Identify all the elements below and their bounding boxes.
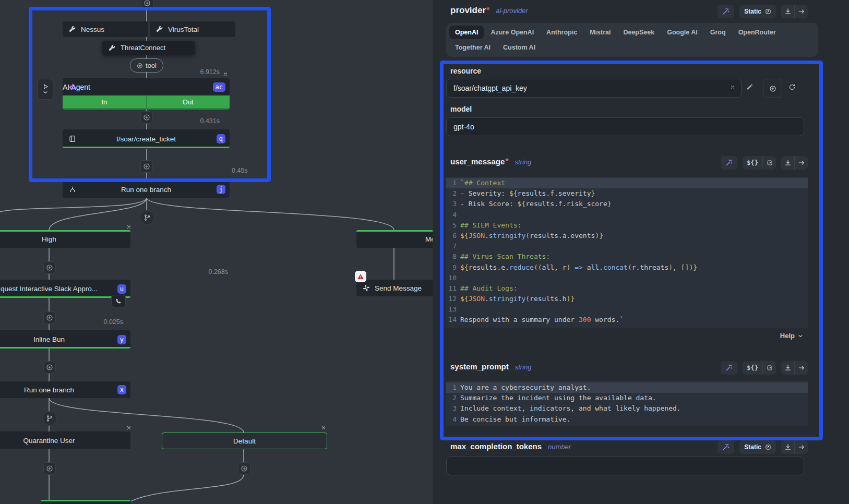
close-icon[interactable] bbox=[125, 424, 133, 431]
node-branch-medium[interactable]: Medium bbox=[356, 230, 433, 248]
provider-tab-azure-openai[interactable]: Azure OpenAI bbox=[485, 26, 540, 39]
ai-assist-button[interactable] bbox=[718, 5, 734, 18]
node-slack-approval[interactable]: quest Interactive Slack Appro... u bbox=[0, 280, 130, 298]
add-step-connector[interactable] bbox=[140, 111, 153, 124]
code-line[interactable]: 13 bbox=[446, 304, 808, 315]
code-line[interactable]: 5## SIEM Events: bbox=[446, 220, 808, 231]
output-connector-button[interactable] bbox=[794, 361, 808, 375]
node-partial-bottom[interactable] bbox=[41, 500, 130, 504]
help-button[interactable]: Help bbox=[780, 332, 804, 340]
node-run-one-branch-1[interactable]: Run one branch j bbox=[63, 181, 230, 198]
output-connector-button[interactable] bbox=[794, 156, 808, 170]
node-ai-agent[interactable]: AI Agent ac In Out bbox=[63, 78, 230, 110]
code-line[interactable]: 3- Risk Score: ${results.f.risk_score} bbox=[446, 199, 808, 209]
resource-input[interactable] bbox=[446, 79, 742, 98]
code-line[interactable]: 2- Severity: ${results.f.severity} bbox=[446, 188, 808, 199]
node-label: Medium bbox=[356, 235, 433, 243]
code-line[interactable]: 10 bbox=[446, 273, 808, 283]
node-create-ticket[interactable]: f/soar/create_ticket q bbox=[63, 129, 230, 148]
code-line[interactable]: 7 bbox=[446, 241, 808, 251]
input-connector-button[interactable] bbox=[781, 361, 794, 375]
add-step-connector[interactable] bbox=[141, 0, 153, 9]
code-line[interactable]: 1You are a cybersecurity analyst. bbox=[446, 382, 808, 393]
provider-tab-together-ai[interactable]: Together AI bbox=[449, 41, 496, 54]
code-text: Include context, indicators, and what li… bbox=[460, 403, 681, 414]
user-message-code-editor[interactable]: 1`## Context2- Severity: ${results.f.sev… bbox=[446, 177, 808, 328]
provider-tab-groq[interactable]: Groq bbox=[704, 26, 732, 39]
provider-tab-openai[interactable]: OpenAI bbox=[449, 26, 484, 39]
provider-tab-deepseek[interactable]: DeepSeek bbox=[617, 26, 660, 39]
code-line[interactable]: 12${JSON.stringify(results.h)} bbox=[446, 294, 808, 304]
provider-tab-openrouter[interactable]: OpenRouter bbox=[733, 26, 782, 39]
node-branch-quarantine[interactable]: Quarantine User bbox=[0, 431, 130, 449]
close-icon[interactable] bbox=[319, 424, 327, 431]
node-branch-default[interactable]: Default bbox=[162, 433, 327, 449]
refresh-resources-button[interactable] bbox=[788, 83, 796, 91]
edit-resource-button[interactable] bbox=[746, 83, 753, 91]
add-resource-button[interactable] bbox=[763, 79, 782, 98]
system-prompt-code-editor[interactable]: 1You are a cybersecurity analyst.2Summar… bbox=[446, 381, 808, 426]
node-nessus[interactable]: Nessus bbox=[63, 21, 148, 37]
input-connector-button[interactable] bbox=[781, 440, 794, 454]
run-button[interactable] bbox=[38, 79, 53, 100]
ai-assist-button[interactable] bbox=[718, 440, 734, 454]
code-line[interactable]: 1`## Context bbox=[446, 178, 808, 188]
static-mode-button[interactable]: Static bbox=[739, 5, 776, 18]
add-branch-button[interactable] bbox=[140, 210, 154, 225]
code-line[interactable]: 11## Audit Logs: bbox=[446, 283, 808, 294]
max-tokens-input[interactable] bbox=[446, 457, 804, 475]
code-line[interactable]: 14Respond with a summary under 300 words… bbox=[446, 315, 808, 325]
field-title: provider bbox=[450, 5, 486, 15]
call-port[interactable] bbox=[111, 295, 126, 307]
output-connector-button[interactable] bbox=[794, 440, 808, 454]
tool-port[interactable]: tool bbox=[130, 58, 163, 73]
static-mode-button[interactable]: Static bbox=[739, 440, 776, 454]
expression-button[interactable]: ${} bbox=[743, 156, 762, 170]
code-line[interactable]: 3Include context, indicators, and what l… bbox=[446, 403, 808, 414]
code-text: Respond with a summary under 300 words.` bbox=[460, 315, 624, 325]
code-line[interactable]: 8## Virus Scan Threats: bbox=[446, 251, 808, 262]
add-step-connector[interactable] bbox=[43, 361, 56, 374]
close-icon[interactable] bbox=[125, 223, 133, 231]
add-branch-button[interactable] bbox=[42, 411, 57, 426]
code-line[interactable]: 4Be concise but informative. bbox=[446, 414, 808, 425]
provider-tab-anthropic[interactable]: Anthropic bbox=[541, 26, 583, 39]
model-input[interactable] bbox=[446, 117, 804, 136]
output-connector-button[interactable] bbox=[794, 5, 808, 18]
provider-tab-google-ai[interactable]: Google AI bbox=[661, 26, 703, 39]
ai-assist-button[interactable] bbox=[721, 361, 737, 375]
tool-port-label: tool bbox=[146, 62, 157, 69]
input-connector-button[interactable] bbox=[781, 156, 794, 170]
provider-tab-mistral[interactable]: Mistral bbox=[584, 26, 616, 39]
mode-toggle-icon bbox=[765, 8, 771, 15]
node-threatconnect[interactable]: ThreatConnect bbox=[102, 41, 195, 55]
add-step-connector[interactable] bbox=[140, 160, 153, 173]
node-run-one-branch-2[interactable]: Run one branch x bbox=[0, 381, 130, 398]
add-step-connector[interactable] bbox=[43, 462, 56, 475]
expand-editor-button[interactable] bbox=[762, 361, 776, 375]
code-line[interactable]: 4 bbox=[446, 210, 808, 220]
workflow-canvas[interactable]: Nessus VirusTotal ThreatConnect tool AI … bbox=[0, 0, 433, 504]
expand-editor-button[interactable] bbox=[762, 156, 776, 170]
clear-icon[interactable] bbox=[730, 84, 736, 90]
line-number: 3 bbox=[446, 199, 460, 209]
node-inline-bun[interactable]: Inline Bun y bbox=[0, 330, 130, 349]
agent-in-port[interactable]: In bbox=[63, 95, 146, 108]
close-icon[interactable] bbox=[221, 70, 229, 78]
warning-badge[interactable] bbox=[355, 271, 366, 282]
code-line[interactable]: 9${results.e.reduce((all, r) => all.conc… bbox=[446, 262, 808, 273]
duration-label: 0.025s bbox=[81, 318, 123, 326]
node-virustotal[interactable]: VirusTotal bbox=[150, 21, 235, 37]
code-line[interactable]: 6${JSON.stringify(results.a.events)} bbox=[446, 231, 808, 241]
node-send-message[interactable]: Send Message bbox=[356, 280, 433, 296]
provider-tab-custom-ai[interactable]: Custom AI bbox=[497, 41, 541, 54]
add-step-connector[interactable] bbox=[43, 311, 56, 324]
add-step-connector[interactable] bbox=[238, 462, 250, 475]
code-line[interactable]: 2Summarize the incident using the availa… bbox=[446, 393, 808, 403]
expression-button[interactable]: ${} bbox=[743, 361, 762, 375]
node-branch-high[interactable]: High bbox=[0, 230, 130, 248]
ai-assist-button[interactable] bbox=[721, 156, 737, 170]
input-connector-button[interactable] bbox=[781, 5, 794, 18]
agent-out-port[interactable]: Out bbox=[146, 95, 230, 108]
add-step-connector[interactable] bbox=[43, 261, 56, 274]
